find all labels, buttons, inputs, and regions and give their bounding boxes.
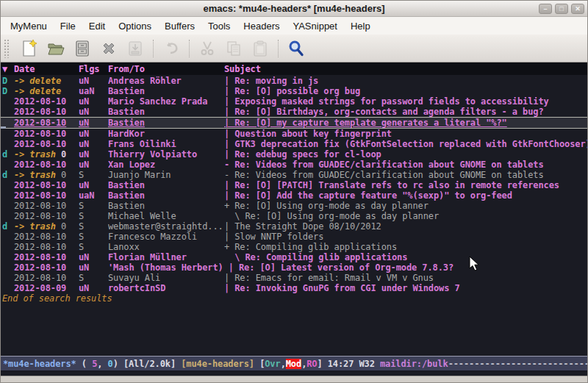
message-flags: uaN [79,190,108,201]
cut-button[interactable] [194,37,220,60]
message-subject: - Re: Videos from GUADEC/clarification a… [224,160,587,170]
message-subject: | Exposing masked strings for password f… [224,96,587,107]
save-buffer-button[interactable] [122,37,148,60]
menu-item-buffers[interactable]: Buffers [158,18,201,34]
toolbar-grip-handle[interactable] [4,39,10,58]
menu-item-tools[interactable]: Tools [201,18,237,34]
message-row[interactable]: 2012-08-10uN'Mash (Thomas Herbert)| Re: … [1,262,587,273]
message-date: 2012-08-10 [14,242,79,252]
message-from: Bastien [108,180,224,190]
message-from: Bastien [108,190,224,201]
paste-button[interactable] [247,37,273,60]
clipboard-icon [251,39,270,58]
message-row[interactable]: 2012-08-10uNBastien| Re: [O] my capture … [1,117,587,129]
message-subject: \ Re: [O] Using org-mode as day planner [224,211,587,221]
message-row[interactable]: 2012-08-10uaNBastien| Re: [O] Add the ca… [1,190,587,201]
end-of-search-results: End of search results [1,293,587,304]
message-action: -> trash [14,170,56,180]
message-from: robertcInSD [108,283,224,293]
message-date: 2012-08-10 [14,201,79,211]
message-row[interactable]: 2012-08-10SMichael Welle \ Re: [O] Using… [1,211,587,221]
message-row[interactable]: 2012-08-10uNHardKor| Question about key … [1,129,587,139]
message-row[interactable]: D-> deleteuaNBastien| Re: [O] possible o… [1,86,587,96]
search-icon [287,39,306,58]
undo-button[interactable] [158,37,184,60]
message-row[interactable]: D-> deleteuNAndreas Röhler| Re: moving i… [1,76,587,86]
copy-button[interactable] [220,37,247,60]
message-marker [2,211,14,221]
maximize-button[interactable]: □ [555,4,568,14]
minimize-button[interactable]: – [539,4,552,14]
buffer: D-> deleteuNAndreas Röhler| Re: moving i… [1,75,587,356]
menu-item-mymenu[interactable]: MyMenu [4,18,54,34]
message-subject: | Re: [O] possible org bug [224,86,587,96]
file-cabinet-icon [73,39,92,58]
message-row[interactable]: 2012-08-10uNBastien| Re: [O] [PATCH] Tra… [1,180,587,190]
modeline-segment: ) [113,359,123,369]
message-marker [2,139,14,149]
modeline-segment: ------------------------------ [448,359,587,369]
modeline-segment: ( [76,359,92,369]
menu-item-file[interactable]: File [54,18,82,34]
window-title: emacs: *mu4e-headers* [mu4e-headers] [203,3,384,14]
message-date: 2012-08-10 [14,232,79,242]
undo-arrow-icon [162,39,181,58]
message-date: 2012-08-10 [14,252,79,262]
toolbar-separator [153,40,154,57]
message-date: -> trash 0 [14,170,79,180]
message-date: -> delete [14,76,79,86]
menu-item-yasnippet[interactable]: YASnippet [286,18,343,34]
message-subject: | Re: edebug specs for cl-loop [224,149,587,160]
message-row[interactable]: d-> trash 0Swebmaster@straightd...| The … [1,221,587,232]
message-date: 2012-08-10 [14,211,79,221]
toolbar-separator [189,40,190,57]
maximize-icon: □ [559,6,563,12]
message-row[interactable]: 2012-08-10uNBastien| Re: [O] Birthdays, … [1,107,587,117]
message-flags: uN [79,283,108,293]
message-row[interactable]: 2012-08-10SBastien+ Re: [O] Using org-mo… [1,201,587,211]
message-flags: S [79,201,108,211]
search-button[interactable] [283,37,309,60]
close-button[interactable]: ✕ [571,4,584,14]
column-header-date[interactable]: Date [14,64,79,74]
message-flags: uN [79,262,108,273]
open-file-button[interactable] [43,37,69,60]
menubar: MyMenuFileEditOptionsBuffersToolsHeaders… [1,17,587,35]
message-date: 2012-08-10 [14,129,79,139]
menu-item-help[interactable]: Help [344,18,377,34]
modeline-segment: *mu4e-headers* [3,359,76,369]
menu-item-edit[interactable]: Edit [82,18,112,34]
copy-pages-icon [224,39,243,58]
column-header-subject[interactable]: Subject [224,64,587,74]
message-row[interactable]: 2012-08-10uNXan Lopez- Re: Videos from G… [1,160,587,170]
message-row[interactable]: 2012-08-10uNMario Sanchez Prada| Exposin… [1,96,587,107]
column-header-flags[interactable]: Flgs [79,64,108,74]
menu-item-headers[interactable]: Headers [237,18,286,34]
message-marker [2,107,14,117]
message-flags: S [79,242,108,252]
scissors-icon [198,39,217,58]
message-marker [2,232,14,242]
message-marker [2,160,14,170]
sort-indicator: ▼ [2,64,14,74]
new-file-icon [20,39,39,58]
dired-button[interactable] [69,37,96,60]
message-row[interactable]: 2012-08-10uNFrans Oilinki| GTK3 deprecat… [1,139,587,149]
message-row[interactable]: 2012-08-10uNFlorian Müllner \ Re: Compil… [1,252,587,262]
message-from: Bastien [108,201,224,211]
message-row[interactable]: 2012-08-09uNrobertcInSD| Re: Invoking Gn… [1,283,587,293]
message-row[interactable]: 2012-08-10SFrancesco Mazzoli| Slow NNTP … [1,232,587,242]
new-file-button[interactable] [16,37,43,60]
message-flags: uN [79,118,108,128]
column-header-from[interactable]: From/To [108,64,224,74]
titlebar: emacs: *mu4e-headers* [mu4e-headers] – □… [1,1,587,17]
message-date: 2012-08-10 [14,190,79,201]
message-row[interactable]: 2012-08-10SLanoxx+ Re: Compiling glib ap… [1,242,587,252]
message-row[interactable]: d-> trash 0uNThierry Volpiatto| Re: edeb… [1,149,587,160]
menu-item-options[interactable]: Options [112,18,158,34]
message-row[interactable]: 2012-08-10SSuvayu Ali| Re: Emacs for ema… [1,273,587,283]
message-marker: d [2,149,14,160]
kill-buffer-button[interactable] [96,37,122,60]
message-row[interactable]: d-> trash 0SJuanjo Marin- Re: Videos fro… [1,170,587,180]
editor-area: ▼ Date Flgs From/To Subject D-> deleteuN… [1,62,587,376]
